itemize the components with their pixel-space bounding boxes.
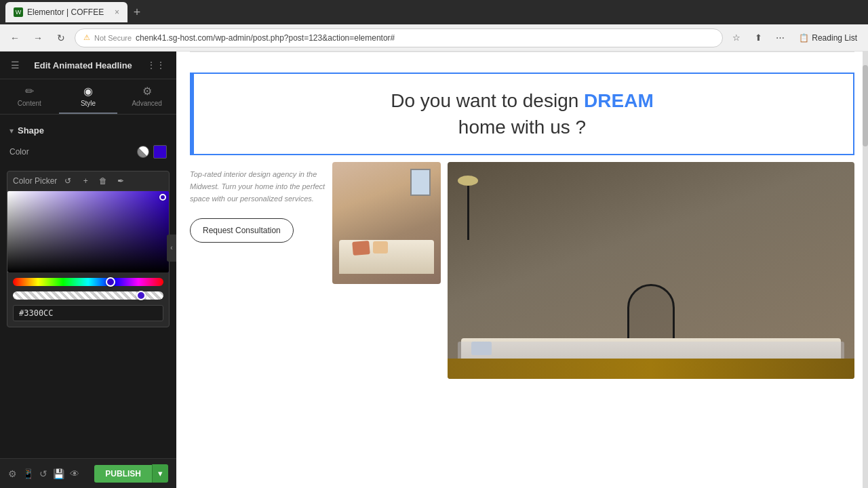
publish-button-group: PUBLISH ▾ [94, 464, 168, 483]
lamp-decoration [458, 176, 478, 240]
browser-chrome: W Elementor | COFFEE × + ← → ↻ ⚠ Not Sec… [0, 0, 868, 52]
tab-content[interactable]: ✏ Content [0, 79, 59, 114]
section-collapse-arrow: ▾ [9, 126, 14, 136]
left-content: Top-rated interior design agency in the … [190, 162, 326, 379]
elementor-sidebar: ☰ Edit Animated Headline ⋮⋮ ✏ Content ◉ … [0, 52, 176, 488]
gradient-handle[interactable] [159, 194, 166, 201]
headline-text: Do you want to design DREAM home with us… [205, 87, 840, 140]
collapse-icon: ‹ [170, 244, 172, 251]
grid-icon[interactable]: ⋮⋮ [146, 60, 165, 70]
browser-toolbar: ← → ↻ ⚠ Not Secure chenk41.sg-host.com/w… [0, 24, 868, 52]
tab-style[interactable]: ◉ Style [59, 79, 118, 114]
tab-close-button[interactable]: × [115, 7, 119, 17]
tab-favicon: W [14, 7, 23, 17]
refresh-button[interactable]: ↻ [52, 28, 71, 47]
canvas-scrollbar[interactable] [863, 52, 868, 488]
browser-tabs-bar: W Elementor | COFFEE × + [0, 0, 868, 24]
canvas-area[interactable]: Do you want to design DREAM home with us… [176, 52, 868, 488]
canvas-inner: Do you want to design DREAM home with us… [176, 52, 868, 488]
color-picker-eyedropper-button[interactable]: ✒ [114, 174, 127, 188]
toolbar-actions: ☆ ⬆ ⋯ [727, 28, 789, 47]
window-decoration [410, 169, 431, 196]
color-picker-toolbar: Color Picker ↺ + 🗑 ✒ [7, 171, 169, 191]
scrollbar-thumb[interactable] [863, 65, 868, 146]
headline-section[interactable]: Do you want to design DREAM home with us… [190, 73, 854, 155]
active-tab[interactable]: W Elementor | COFFEE × [5, 2, 127, 22]
publish-dropdown-icon: ▾ [158, 468, 163, 479]
preview-icon[interactable]: 👁 [70, 468, 79, 479]
reading-list-button[interactable]: 📋 Reading List [793, 30, 863, 45]
couch-decoration [339, 240, 434, 274]
description-text: Top-rated interior design agency in the … [190, 169, 326, 205]
share-button[interactable]: ⬆ [749, 28, 768, 47]
toolbar-more-button[interactable]: ⋯ [770, 28, 789, 47]
opacity-slider-handle[interactable] [136, 291, 146, 300]
headline-highlight: DREAM [584, 90, 654, 111]
gear-icon: ⚙ [142, 85, 152, 98]
gradient-background [7, 191, 169, 272]
panel-title: Edit Animated Headline [34, 60, 132, 70]
color-field: Color [0, 140, 176, 164]
forward-button[interactable]: → [28, 28, 47, 47]
bedroom-floor [448, 359, 854, 379]
bedroom-image [448, 162, 854, 379]
hex-input-field[interactable] [13, 305, 163, 321]
security-warning-text: Not Secure [94, 34, 132, 42]
color-picker-reset-button[interactable]: ↺ [61, 174, 75, 188]
palette-icon: ◉ [83, 85, 93, 98]
main-area: ☰ Edit Animated Headline ⋮⋮ ✏ Content ◉ … [0, 52, 868, 488]
sidebar-collapse-button[interactable]: ‹ [167, 235, 176, 262]
pillow-1 [352, 241, 370, 256]
shape-section-header[interactable]: ▾ Shape [0, 121, 176, 140]
tab-advanced[interactable]: ⚙ Advanced [117, 79, 176, 114]
opacity-slider[interactable] [13, 291, 163, 300]
publish-button[interactable]: PUBLISH [94, 465, 152, 483]
images-area [326, 162, 854, 379]
tab-advanced-label: Advanced [132, 100, 161, 107]
content-row: Top-rated interior design agency in the … [190, 162, 854, 379]
headline-suffix: home with us ? [458, 117, 586, 138]
history-icon[interactable]: ↺ [39, 468, 47, 479]
bottom-icon-group: ⚙ 📱 ↺ 💾 👁 [8, 468, 79, 479]
forward-icon: → [33, 33, 43, 43]
color-swatch[interactable] [153, 145, 167, 159]
hue-slider[interactable] [13, 278, 163, 286]
security-warning-icon: ⚠ [83, 33, 90, 42]
reading-list-icon: 📋 [799, 33, 809, 43]
pencil-icon: ✏ [25, 85, 34, 98]
global-color-icon[interactable] [137, 146, 149, 158]
refresh-icon: ↻ [57, 33, 65, 43]
bookmark-button[interactable]: ☆ [727, 28, 746, 47]
back-icon: ← [10, 33, 20, 43]
new-tab-button[interactable]: + [127, 3, 146, 22]
hue-slider-handle[interactable] [106, 277, 115, 287]
color-picker-delete-button[interactable]: 🗑 [96, 174, 110, 188]
address-bar[interactable]: ⚠ Not Secure chenk41.sg-host.com/wp-admi… [75, 28, 723, 47]
hamburger-icon[interactable]: ☰ [11, 60, 20, 70]
living-room-visual [332, 162, 441, 284]
slider-row [7, 272, 169, 302]
color-control [137, 145, 167, 159]
sidebar-tabs: ✏ Content ◉ Style ⚙ Advanced [0, 79, 176, 115]
save-draft-icon[interactable]: 💾 [53, 468, 64, 479]
reading-list-label: Reading List [812, 33, 857, 43]
address-text: chenk41.sg-host.com/wp-admin/post.php?po… [136, 33, 395, 43]
sidebar-header: ☰ Edit Animated Headline ⋮⋮ [0, 52, 176, 79]
color-picker-add-button[interactable]: + [79, 174, 92, 188]
tab-title: Elementor | COFFEE [27, 7, 104, 17]
sidebar-bottom-bar: ⚙ 📱 ↺ 💾 👁 PUBLISH ▾ [0, 458, 176, 488]
living-room-image [332, 162, 441, 284]
selection-handle [190, 74, 194, 154]
back-button[interactable]: ← [5, 28, 24, 47]
tab-content-label: Content [18, 100, 41, 107]
shape-section: ▾ Shape Color [0, 115, 176, 171]
settings-bottom-icon[interactable]: ⚙ [8, 468, 17, 479]
lamp-shade [458, 176, 478, 186]
responsive-icon[interactable]: 📱 [22, 468, 34, 479]
publish-dropdown-button[interactable]: ▾ [152, 464, 168, 483]
cta-button[interactable]: Request Consultation [190, 218, 294, 243]
color-picker-title: Color Picker [13, 176, 57, 186]
color-gradient-area[interactable] [7, 191, 169, 272]
top-separator [190, 52, 854, 52]
shape-section-title: Shape [18, 125, 44, 136]
